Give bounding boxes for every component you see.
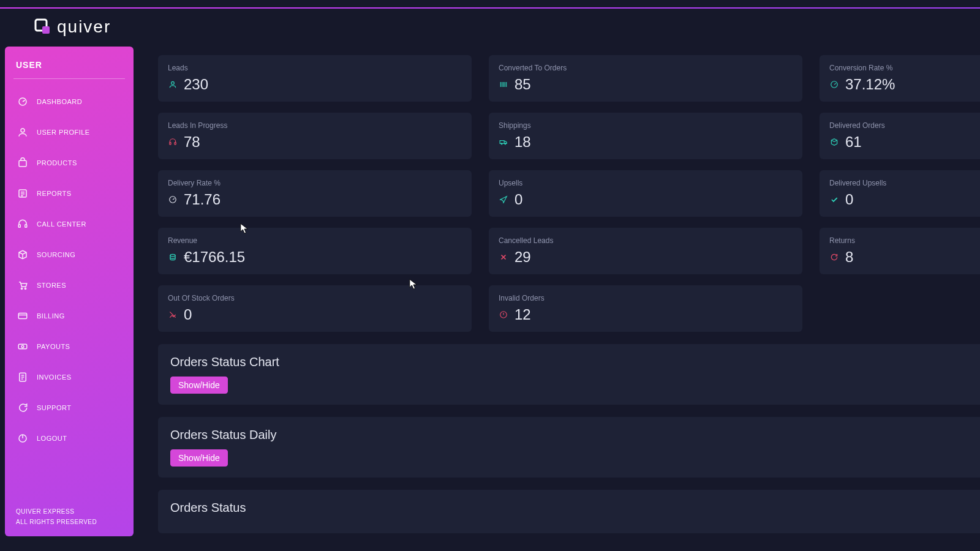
card-delivered: Delivered Orders 61: [820, 113, 980, 159]
card-value: 37.12%: [845, 76, 895, 93]
sidebar-item-stores[interactable]: STORES: [13, 270, 125, 301]
card-delivery-rate: Delivery Rate % 71.76: [158, 170, 472, 217]
headset-icon: [17, 219, 28, 230]
card-value: 8: [845, 249, 853, 266]
svg-rect-10: [18, 313, 27, 319]
sidebar-item-label: SOURCING: [37, 251, 75, 258]
svg-rect-7: [25, 225, 27, 228]
card-label: Delivered Orders: [829, 121, 980, 130]
svg-rect-17: [170, 143, 171, 145]
sidebar-item-payouts[interactable]: PAYOUTS: [13, 331, 125, 362]
send-icon: [499, 195, 508, 204]
card-value: 85: [514, 76, 531, 93]
truck-icon: [499, 137, 508, 147]
chat-icon: [17, 402, 28, 413]
card-delivered-upsells: Delivered Upsells 0: [820, 170, 980, 217]
card-value: 71.76: [184, 191, 221, 208]
card-label: Upsells: [499, 179, 793, 187]
alert-icon: [499, 310, 508, 320]
logo-icon: [34, 18, 52, 36]
invoice-icon: [17, 372, 28, 383]
stats-grid: Leads 230 Converted To Orders 85 Convers…: [158, 55, 980, 332]
card-label: Leads In Progress: [168, 121, 462, 130]
sidebar-item-reports[interactable]: REPORTS: [13, 178, 125, 209]
sidebar-item-user-profile[interactable]: USER PROFILE: [13, 117, 125, 148]
card-invalid: Invalid Orders 12: [489, 285, 802, 332]
cube-icon: [17, 249, 28, 260]
card-label: Out Of Stock Orders: [168, 294, 462, 302]
card-label: Delivery Rate %: [168, 179, 462, 187]
svg-point-9: [24, 288, 26, 289]
card-label: Invalid Orders: [499, 294, 793, 302]
card-label: Revenue: [168, 236, 462, 245]
logo-text: quiver: [57, 17, 111, 37]
svg-point-20: [501, 143, 502, 144]
sidebar-item-label: LOGOUT: [37, 435, 67, 442]
card-label: Delivered Upsells: [829, 179, 980, 187]
card-value: €1766.15: [184, 249, 245, 266]
sidebar-item-label: DASHBOARD: [37, 98, 82, 105]
card-leads-progress: Leads In Progress 78: [158, 113, 472, 159]
card-value: 78: [184, 133, 200, 151]
sidebar-item-products[interactable]: PRODUCTS: [13, 148, 125, 178]
card-shippings: Shippings 18: [489, 113, 802, 159]
sidebar-footer: QUIVER EXPRESS ALL RIGHTS PRESERVED: [16, 504, 97, 525]
sidebar-item-dashboard[interactable]: DASHBOARD: [13, 86, 125, 117]
toggle-status-chart-button[interactable]: Show/Hide: [170, 377, 228, 394]
check-icon: [829, 195, 839, 204]
sidebar-item-invoices[interactable]: INVOICES: [13, 362, 125, 392]
main-content: Leads 230 Converted To Orders 85 Convers…: [158, 55, 980, 533]
top-accent-line: [0, 7, 980, 9]
sidebar-item-logout[interactable]: LOGOUT: [13, 423, 125, 454]
card-leads: Leads 230: [158, 55, 472, 102]
card-label: Leads: [168, 64, 462, 72]
card-icon: [17, 310, 28, 321]
chart-broken-icon: [168, 310, 178, 320]
card-value: 12: [514, 306, 531, 323]
svg-rect-1: [42, 26, 50, 34]
card-value: 61: [845, 133, 862, 151]
bag-icon: [17, 157, 28, 168]
sidebar-item-label: REPORTS: [37, 190, 71, 197]
svg-rect-4: [19, 160, 26, 167]
footer-line-1: QUIVER EXPRESS: [16, 508, 97, 515]
sidebar-item-call-center[interactable]: CALL CENTER: [13, 209, 125, 239]
sidebar-item-label: PRODUCTS: [37, 159, 77, 167]
brand-logo: quiver: [34, 17, 111, 37]
barcode-icon: [499, 80, 508, 89]
svg-point-8: [21, 288, 22, 289]
svg-point-21: [505, 143, 506, 144]
sidebar-item-label: CALL CENTER: [37, 220, 86, 228]
card-converted: Converted To Orders 85: [489, 55, 802, 102]
panel-title: Orders Status: [170, 501, 980, 515]
power-icon: [17, 433, 28, 444]
sidebar-item-sourcing[interactable]: SOURCING: [13, 239, 125, 270]
card-out-of-stock: Out Of Stock Orders 0: [158, 285, 472, 332]
footer-line-2: ALL RIGHTS PRESERVED: [16, 519, 97, 525]
card-value: 0: [845, 191, 853, 208]
toggle-status-daily-button[interactable]: Show/Hide: [170, 449, 228, 467]
sidebar-item-label: PAYOUTS: [37, 343, 70, 350]
svg-rect-18: [175, 143, 176, 145]
panel-status-daily: Orders Status Daily Show/Hide: [158, 417, 980, 478]
card-label: Conversion Rate %: [829, 64, 980, 72]
card-label: Cancelled Leads: [499, 236, 793, 245]
card-returns: Returns 8: [820, 228, 980, 274]
card-value: 18: [514, 133, 531, 151]
user-icon: [168, 80, 178, 89]
card-label: Returns: [829, 236, 980, 245]
sidebar: USER DASHBOARD USER PROFILE PRODUCTS REP…: [5, 47, 134, 536]
svg-point-3: [21, 129, 24, 132]
card-label: Converted To Orders: [499, 64, 793, 72]
svg-point-15: [172, 81, 175, 84]
sidebar-item-label: INVOICES: [37, 373, 72, 381]
card-cancelled: Cancelled Leads 29: [489, 228, 802, 274]
coins-icon: [168, 252, 178, 262]
sidebar-item-label: STORES: [37, 282, 66, 289]
sidebar-item-billing[interactable]: BILLING: [13, 301, 125, 331]
refresh-icon: [829, 252, 839, 262]
money-icon: [17, 341, 28, 352]
panel-status: Orders Status: [158, 490, 980, 533]
cart-icon: [17, 280, 28, 291]
sidebar-item-support[interactable]: SUPPORT: [13, 392, 125, 423]
